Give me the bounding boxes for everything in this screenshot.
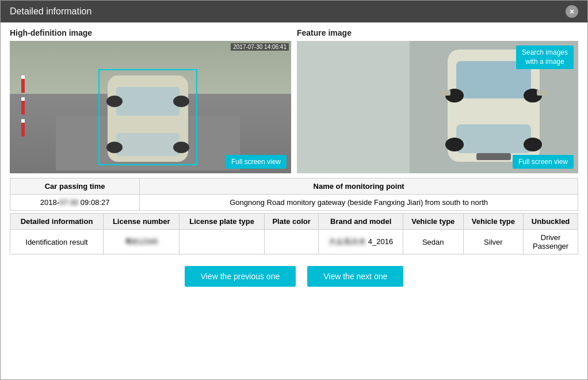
svg-rect-16 bbox=[439, 90, 450, 96]
feature-left-area bbox=[297, 41, 410, 173]
footer-buttons: View the previous one View the next one bbox=[1, 254, 587, 292]
svg-rect-2 bbox=[116, 87, 180, 116]
col-vehicle-type2: Vehicle type bbox=[463, 214, 524, 230]
col-license-number: License number bbox=[103, 214, 179, 230]
license-number-value: 粤B12345 bbox=[103, 230, 179, 254]
svg-point-4 bbox=[106, 96, 123, 107]
next-button[interactable]: View the next one bbox=[307, 266, 403, 287]
svg-rect-17 bbox=[537, 90, 548, 96]
svg-point-6 bbox=[106, 142, 123, 153]
hd-image-label: High-definition image bbox=[10, 28, 291, 37]
hd-image-panel: High-definition image bbox=[10, 28, 291, 173]
vehicle-type1-value: Sedan bbox=[403, 230, 463, 254]
close-button[interactable]: × bbox=[566, 5, 578, 18]
pole-1 bbox=[21, 75, 25, 93]
svg-point-7 bbox=[173, 142, 189, 153]
traffic-poles bbox=[21, 75, 25, 136]
blurred-license: 粤B12345 bbox=[125, 237, 158, 247]
modal-body: High-definition image bbox=[1, 22, 587, 379]
search-image-button[interactable]: Search images with a image bbox=[516, 45, 574, 69]
col-unbuckled: Unbuckled bbox=[524, 214, 578, 230]
col-detailed-info: Detailed information bbox=[10, 214, 104, 230]
detail-header-row: Detailed information License number Lice… bbox=[10, 214, 578, 230]
hd-car-svg bbox=[56, 58, 240, 170]
svg-point-5 bbox=[173, 96, 189, 107]
brand-model-value: 大众高尔夫 4_2016 bbox=[319, 230, 403, 254]
svg-point-15 bbox=[524, 138, 542, 151]
car-passing-time-value: 2018-07-30 09:08:27 bbox=[10, 195, 140, 211]
feature-image-label: Feature image bbox=[297, 28, 578, 37]
monitoring-header-row: Car passing time Name of monitoring poin… bbox=[10, 178, 578, 195]
hd-background: 2017-07-30 14:06:41 bbox=[10, 41, 291, 173]
svg-point-14 bbox=[445, 138, 464, 151]
images-section: High-definition image bbox=[1, 22, 587, 173]
svg-rect-18 bbox=[476, 153, 511, 160]
col-plate-type: License plate type bbox=[180, 214, 264, 230]
monitoring-data-row: 2018-07-30 09:08:27 Gongnong Road monito… bbox=[10, 195, 578, 211]
svg-rect-11 bbox=[456, 124, 531, 153]
modal-title: Detailed information bbox=[10, 6, 91, 17]
col-vehicle-type1: Vehicle type bbox=[403, 214, 463, 230]
detail-info-value: Identification result bbox=[10, 230, 104, 254]
detail-data-row: Identification result 粤B12345 大众高尔夫 4_20… bbox=[10, 230, 578, 254]
prev-button[interactable]: View the previous one bbox=[185, 266, 296, 287]
blurred-date: 07-30 bbox=[59, 198, 78, 207]
car-passing-time-header: Car passing time bbox=[10, 178, 140, 195]
timestamp: 2017-07-30 14:06:41 bbox=[231, 43, 289, 51]
unbuckled-value: Driver Passenger bbox=[524, 230, 578, 254]
pole-3 bbox=[21, 119, 25, 136]
blurred-brand: 大众高尔夫 bbox=[329, 237, 366, 247]
feature-image-wrapper: Search images with a image Full screen v… bbox=[297, 41, 578, 173]
hd-fullscreen-button[interactable]: Full screen view bbox=[226, 155, 287, 169]
plate-color-value bbox=[264, 230, 319, 254]
modal-container: Detailed information × High-definition i… bbox=[0, 0, 588, 380]
pole-2 bbox=[21, 97, 25, 115]
feature-fullscreen-button[interactable]: Full screen view bbox=[513, 155, 574, 169]
svg-rect-3 bbox=[116, 133, 180, 156]
plate-type-value bbox=[180, 230, 264, 254]
col-plate-color: Plate color bbox=[264, 214, 319, 230]
hd-image-wrapper: 2017-07-30 14:06:41 Full screen view bbox=[10, 41, 291, 173]
monitoring-point-value: Gongnong Road monitory gateway (beside F… bbox=[140, 195, 578, 211]
detail-table: Detailed information License number Lice… bbox=[10, 213, 578, 254]
col-brand-model: Brand and model bbox=[319, 214, 403, 230]
monitoring-table: Car passing time Name of monitoring poin… bbox=[10, 178, 578, 211]
modal-header: Detailed information × bbox=[1, 1, 587, 22]
feature-image-panel: Feature image bbox=[297, 28, 578, 173]
vehicle-type2-value: Silver bbox=[463, 230, 524, 254]
table-section: Car passing time Name of monitoring poin… bbox=[1, 173, 587, 254]
monitoring-point-header: Name of monitoring point bbox=[140, 178, 578, 195]
